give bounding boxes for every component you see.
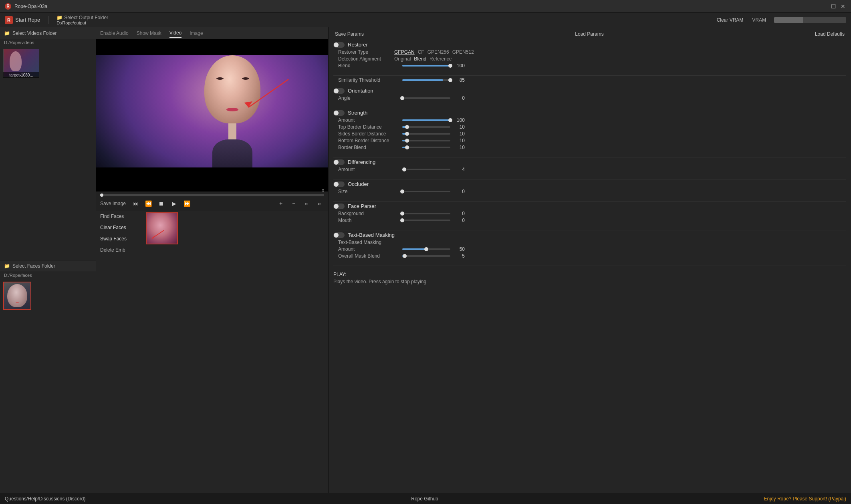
letterbox-bottom — [96, 167, 328, 192]
strength-section: Strength Amount 100 Top Border Distance — [333, 110, 846, 151]
strength-title: Strength — [348, 110, 367, 116]
restorer-gfpgan[interactable]: GFPGAN — [394, 49, 415, 55]
tab-show-mask[interactable]: Show Mask — [137, 29, 161, 38]
detection-original[interactable]: Original — [394, 56, 411, 62]
top-border-slider[interactable] — [402, 126, 450, 128]
blend-slider[interactable] — [402, 65, 450, 67]
tm-amount-knob — [424, 247, 428, 251]
fp-background-value: 0 — [454, 211, 465, 216]
restorer-toggle[interactable] — [333, 42, 345, 48]
similarity-slider[interactable] — [402, 79, 450, 81]
minimize-button[interactable]: — — [821, 3, 827, 10]
play-info-title: PLAY: — [333, 272, 346, 277]
border-blend-slider[interactable] — [402, 147, 450, 148]
zoom-in-button[interactable]: + — [276, 199, 286, 208]
faces-folder-label: Select Faces Folder — [12, 263, 55, 269]
output-folder-label: Select Output Folder — [64, 15, 108, 20]
swap-faces-button[interactable]: Swap Faces — [96, 233, 144, 244]
step-forward-button[interactable]: ⏩ — [182, 199, 192, 208]
save-params-button[interactable]: Save Params — [333, 30, 365, 38]
load-defaults-button[interactable]: Load Defaults — [813, 30, 846, 38]
vram-bar — [774, 17, 846, 23]
tab-image[interactable]: Image — [190, 29, 203, 38]
face-parser-title: Face Parser — [348, 203, 376, 209]
fp-background-slider[interactable] — [402, 213, 450, 214]
face-chip-arrow — [150, 228, 166, 240]
occluder-toggle[interactable] — [333, 181, 345, 187]
github-link[interactable]: Rope Github — [85, 496, 764, 502]
timeline-thumb[interactable] — [100, 194, 103, 197]
detection-reference[interactable]: Reference — [430, 56, 452, 62]
sides-border-slider[interactable] — [402, 133, 450, 135]
output-folder-button[interactable]: 📁 Select Output Folder — [56, 15, 108, 20]
detection-options: Original Blend Reference — [394, 56, 452, 62]
similarity-label: Similarity Threshold — [338, 77, 402, 83]
text-masking-toggle-row: Text-Based Masking — [333, 232, 846, 238]
window-controls: — ☐ ✕ — [821, 3, 846, 10]
clear-vram-button[interactable]: Clear VRAM — [717, 17, 744, 23]
zoom-out-button[interactable]: − — [289, 199, 298, 208]
start-rope-button[interactable]: R Start Rope — [5, 16, 40, 24]
fp-background-knob — [400, 212, 404, 216]
frame-back-button[interactable]: « — [302, 199, 311, 208]
bottom-border-slider[interactable] — [402, 140, 450, 141]
clear-faces-button[interactable]: Clear Faces — [96, 222, 144, 233]
face-chip-1[interactable] — [146, 212, 178, 244]
restorer-gpen512[interactable]: GPEN512 — [452, 49, 474, 55]
faces-folder-header[interactable]: 📁 Select Faces Folder — [0, 260, 96, 272]
orientation-toggle[interactable] — [333, 88, 345, 94]
skip-to-start-button[interactable]: ⏮ — [131, 199, 140, 208]
video-neck — [228, 123, 236, 139]
play-button[interactable]: ▶ — [169, 199, 179, 208]
tm-amount-fill — [402, 248, 426, 250]
discord-link[interactable]: Questions/Help/Discussions (Discord) — [5, 496, 85, 502]
svg-line-0 — [248, 79, 288, 107]
differencing-section: Differencing Amount 4 — [333, 159, 846, 173]
sides-border-row: Sides Border Distance 10 — [333, 131, 846, 137]
timeline-bar[interactable]: 0 — [100, 194, 324, 196]
face-thumbnail[interactable] — [3, 282, 31, 310]
differencing-toggle[interactable] — [333, 159, 345, 165]
occluder-size-slider[interactable] — [402, 191, 450, 192]
sides-border-label: Sides Border Distance — [338, 131, 402, 137]
tm-amount-label: Amount — [338, 246, 402, 252]
support-link[interactable]: Enjoy Rope? Please Support! (Paypal) — [764, 496, 846, 502]
maximize-button[interactable]: ☐ — [830, 3, 837, 10]
face-parser-section: Face Parser Background 0 Mouth — [333, 203, 846, 224]
tm-amount-slider[interactable] — [402, 248, 450, 250]
tm-amount-value: 50 — [454, 246, 465, 252]
letterbox-top — [96, 39, 328, 55]
fp-mouth-slider[interactable] — [402, 220, 450, 221]
middle-panel: Enable Audio Show Mask Video Image — [96, 27, 329, 493]
strength-amount-slider[interactable] — [402, 119, 450, 121]
close-button[interactable]: ✕ — [840, 3, 846, 10]
overall-mask-slider[interactable] — [402, 255, 450, 257]
videos-folder-header[interactable]: 📁 Select Videos Folder — [0, 27, 96, 39]
delete-emb-button[interactable]: Delete Emb — [96, 244, 144, 256]
left-panel: 📁 Select Videos Folder D:/Rope/videos ta… — [0, 27, 96, 493]
video-thumb-wrapper[interactable]: target-1080... — [3, 49, 39, 78]
step-back-button[interactable]: ⏪ — [143, 199, 153, 208]
restorer-gpen256[interactable]: GPEN256 — [428, 49, 449, 55]
stop-button[interactable]: ⏹ — [156, 199, 166, 208]
divider-7 — [333, 230, 846, 230]
angle-slider[interactable] — [402, 97, 450, 99]
face-parser-toggle[interactable] — [333, 204, 345, 209]
tm-amount-row: Amount 50 — [333, 246, 846, 252]
face-sim — [7, 284, 27, 307]
detection-blend[interactable]: Blend — [414, 56, 426, 62]
frame-forward-button[interactable]: » — [315, 199, 324, 208]
app-icon: R — [5, 3, 11, 10]
load-params-button[interactable]: Load Params — [573, 30, 605, 38]
save-image-button[interactable]: Save Image — [100, 201, 126, 206]
strength-toggle[interactable] — [333, 110, 345, 116]
diff-amount-slider[interactable] — [402, 169, 450, 170]
tab-video[interactable]: Video — [169, 28, 181, 38]
detection-label: Detection Alignment — [338, 56, 394, 62]
tab-enable-audio[interactable]: Enable Audio — [100, 29, 129, 38]
restorer-cf[interactable]: CF — [418, 49, 424, 55]
find-faces-button[interactable]: Find Faces — [96, 211, 144, 222]
text-masking-section: Text-Based Masking Text-Based Masking Am… — [333, 232, 846, 260]
playback-area: 0 Save Image ⏮ ⏪ ⏹ ▶ ⏩ + − « » — [96, 192, 328, 211]
text-masking-toggle[interactable] — [333, 232, 345, 238]
